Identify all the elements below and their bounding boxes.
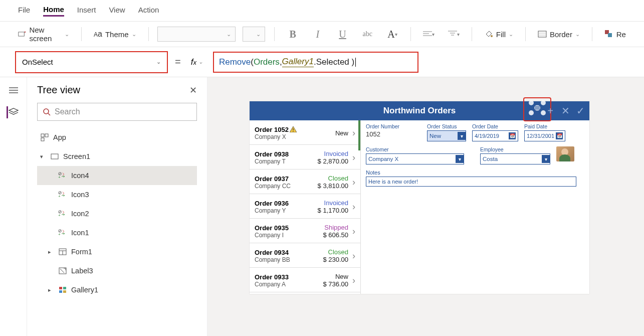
svg-point-56 (293, 131, 294, 132)
paid-date-input[interactable]: 12/31/2001📅 (524, 130, 565, 141)
customer-dropdown[interactable]: Company X▾ (366, 153, 464, 164)
orders-gallery[interactable]: Order 1052Company XNew›Order 0938Company… (250, 120, 361, 294)
chevron-right-icon: › (352, 128, 355, 138)
ribbon: New screen ⌄ Aa Theme ⌄ ⌄ ⌄ B I U abc A▾… (0, 21, 644, 47)
formula-token-control: Gallery1 (282, 57, 314, 67)
employee-dropdown[interactable]: Costa▾ (480, 153, 550, 164)
chevron-right-icon: › (352, 202, 355, 212)
tree-node-icon3[interactable]: +Icon3 (37, 185, 197, 204)
formula-input[interactable]: Remove( Orders, Gallery1.Selected ) (213, 52, 418, 73)
theme-button[interactable]: Aa Theme ⌄ (91, 30, 139, 39)
tree-node-icon: + (58, 209, 67, 218)
field-label: Customer (366, 146, 464, 152)
plus-icon[interactable]: + (545, 106, 555, 116)
menu-insert[interactable]: Insert (77, 6, 96, 16)
tree-node-icon: + (58, 171, 67, 180)
gallery-item[interactable]: Order 0938Company TInvoiced$ 2,870.00› (250, 145, 360, 170)
svg-point-18 (44, 109, 49, 114)
search-input[interactable]: Search (37, 103, 197, 121)
tree-node-gallery1[interactable]: ▸Gallery1 (37, 280, 197, 299)
italic-button[interactable]: I (309, 27, 327, 42)
underline-button[interactable]: U (334, 27, 352, 42)
gallery-item[interactable]: Order 0933Company ANew$ 736.00› (250, 268, 360, 292)
tree-label: Icon4 (71, 172, 89, 180)
search-placeholder: Search (55, 107, 80, 116)
tree-node-icon (58, 285, 67, 294)
field-label: Order Date (472, 123, 518, 129)
field-label: Order Number (366, 123, 421, 129)
tree-view-panel: Tree view ✕ Search App ▾ Screen1 +Icon4+… (27, 77, 207, 336)
tree-node-form1[interactable]: ▸Form1 (37, 242, 197, 261)
tree-node-screen[interactable]: ▾ Screen1 (37, 147, 197, 166)
new-screen-button[interactable]: New screen ⌄ (15, 26, 72, 43)
font-family-dropdown[interactable]: ⌄ (157, 27, 236, 42)
tree-node-label3[interactable]: Label3 (37, 261, 197, 280)
align-button[interactable]: ▾ (420, 27, 438, 42)
trash-icon-selected[interactable] (528, 100, 546, 118)
tree-node-icon: + (58, 190, 67, 199)
svg-text:+: + (58, 194, 61, 199)
layers-icon[interactable] (7, 106, 19, 118)
tree-label: Icon1 (71, 229, 89, 237)
svg-point-9 (491, 35, 493, 37)
fill-button[interactable]: Fill ⌄ (481, 30, 516, 39)
tree-node-icon1[interactable]: +Icon1 (37, 223, 197, 242)
reorder-button[interactable]: Re (601, 30, 629, 39)
order-status-dropdown[interactable]: New▾ (427, 130, 466, 141)
tree-node-icon (58, 266, 67, 275)
theme-label: Theme (105, 30, 129, 39)
field-label: Employee (480, 146, 550, 152)
strikethrough-button[interactable]: abc (358, 27, 376, 42)
svg-line-19 (48, 113, 50, 115)
tree-node-icon2[interactable]: +Icon2 (37, 204, 197, 223)
svg-rect-43 (59, 290, 62, 293)
svg-rect-23 (51, 154, 58, 159)
font-size-dropdown[interactable]: ⌄ (243, 27, 265, 42)
fx-button[interactable]: fx ⌄ (188, 57, 206, 67)
hamburger-icon[interactable] (8, 84, 20, 96)
order-number-value: 1052 (366, 130, 421, 138)
tree-label: Screen1 (63, 152, 90, 160)
chevron-right-icon: › (352, 152, 355, 163)
gallery-item[interactable]: Order 0936Company YInvoiced$ 1,170.00› (250, 194, 360, 219)
svg-line-25 (59, 173, 61, 175)
order-date-input[interactable]: 4/19/2019📅 (472, 130, 518, 141)
search-icon (43, 108, 51, 116)
tree-node-icon (58, 247, 67, 256)
field-label: Notes (366, 170, 584, 176)
tree-label: Form1 (71, 248, 92, 256)
gallery-item[interactable]: Order 0934Company BBClosed$ 230.00› (250, 243, 360, 268)
tree-label: Label3 (71, 267, 93, 275)
bold-button[interactable]: B (284, 27, 302, 42)
svg-line-40 (60, 269, 64, 273)
menu-home[interactable]: Home (43, 5, 64, 17)
font-color-button[interactable]: A▾ (383, 27, 401, 42)
tree-node-icon4[interactable]: +Icon4 (37, 166, 197, 185)
canvas[interactable]: Northwind Orders (207, 77, 644, 336)
gallery-item[interactable]: Order 0937Company CCClosed$ 3,810.00› (250, 170, 360, 194)
border-button[interactable]: Border ⌄ (535, 30, 583, 39)
formula-bar: OnSelect ⌄ = fx ⌄ Remove( Orders, Galler… (0, 47, 644, 77)
left-rail (0, 77, 27, 336)
property-selector[interactable]: OnSelect ⌄ (15, 51, 168, 73)
svg-line-28 (59, 192, 61, 194)
svg-rect-44 (63, 290, 66, 293)
menu-action[interactable]: Action (138, 6, 159, 16)
svg-point-46 (529, 100, 534, 105)
gallery-item[interactable]: Order 0935Company IShipped$ 606.50› (250, 219, 360, 243)
reorder-label: Re (616, 30, 626, 39)
close-icon[interactable]: ✕ (189, 85, 197, 96)
property-selector-value: OnSelect (22, 58, 53, 66)
notes-input[interactable]: Here is a new order! (366, 177, 576, 187)
tree-node-app[interactable]: App (37, 128, 197, 147)
app-title-bar: Northwind Orders (250, 101, 589, 120)
menu-view[interactable]: View (109, 6, 125, 16)
vertical-align-button[interactable]: ▾ (445, 27, 463, 42)
cancel-icon[interactable]: ✕ (560, 106, 570, 116)
check-icon[interactable]: ✓ (575, 106, 585, 116)
app-preview: Northwind Orders (250, 101, 589, 294)
gallery-item[interactable]: Order 1052Company XNew› (250, 120, 360, 145)
svg-rect-22 (41, 138, 44, 141)
chevron-right-icon: › (352, 226, 355, 237)
menu-file[interactable]: File (18, 6, 30, 16)
